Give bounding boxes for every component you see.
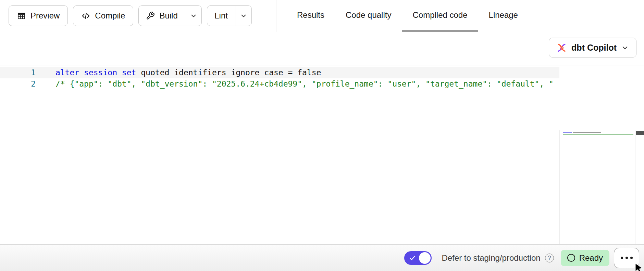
tab-lineage[interactable]: Lineage [478, 0, 529, 32]
code-text: alter session set quoted_identifiers_ign… [38, 67, 321, 78]
status-bar: Defer to staging/production ? Ready [0, 244, 644, 271]
scrollbar-thumb[interactable] [636, 131, 644, 135]
build-menu-button[interactable] [185, 6, 201, 26]
minimap-keyword-mark [563, 132, 572, 133]
dbt-copilot-button[interactable]: dbt Copilot [549, 38, 636, 57]
help-icon[interactable]: ? [545, 254, 554, 262]
tab-compiled-code[interactable]: Compiled code [402, 0, 478, 32]
ellipsis-icon [630, 257, 633, 259]
dbt-ide-panel: Preview Compile Build [0, 0, 644, 271]
minimap-code-mark [573, 132, 601, 133]
ellipsis-icon [621, 257, 623, 259]
minimap-line [563, 134, 633, 135]
build-button[interactable]: Build [139, 6, 185, 26]
code-line[interactable]: 1alter session set quoted_identifiers_ig… [0, 67, 559, 78]
lint-button[interactable]: Lint [207, 6, 235, 26]
preview-button[interactable]: Preview [9, 5, 68, 26]
build-split-button: Build [138, 5, 202, 26]
tab-results[interactable]: Results [286, 0, 335, 32]
code-text: /* {"app": "dbt", "dbt_version": "2025.6… [38, 78, 554, 90]
lint-menu-button[interactable] [235, 6, 251, 26]
compile-label: Compile [95, 11, 125, 21]
tab-code-quality[interactable]: Code quality [335, 0, 402, 32]
compile-button[interactable]: Compile [73, 5, 133, 26]
header: Preview Compile Build [0, 0, 644, 32]
preview-label: Preview [30, 11, 60, 21]
defer-label: Defer to staging/production [442, 253, 540, 263]
toolbar-tab-divider [276, 0, 276, 32]
code-line[interactable]: 2/* {"app": "dbt", "dbt_version": "2025.… [0, 78, 559, 90]
wrench-icon [146, 11, 155, 20]
table-grid-icon [17, 11, 26, 21]
code-brackets-icon [81, 11, 90, 21]
chevron-down-icon [621, 44, 629, 52]
tab-bar: ResultsCode qualityCompiled codeLineage [286, 0, 529, 32]
ellipsis-icon [626, 257, 628, 259]
toolbar: Preview Compile Build [9, 5, 252, 26]
line-number: 1 [0, 67, 38, 78]
minimap-comment-mark [563, 134, 633, 135]
mouse-cursor [635, 263, 644, 271]
dbt-logo-icon [556, 42, 567, 53]
chevron-down-icon [190, 12, 197, 20]
chevron-down-icon [240, 12, 247, 20]
line-number: 2 [0, 78, 38, 90]
minimap-line [563, 132, 601, 133]
lint-split-button: Lint [207, 5, 252, 26]
ready-label: Ready [579, 253, 603, 263]
build-label: Build [159, 11, 177, 21]
toggle-knob [419, 252, 431, 264]
status-badge: Ready [561, 250, 609, 266]
circle-outline-icon [567, 254, 575, 262]
code-lines: 1alter session set quoted_identifiers_ig… [0, 67, 559, 90]
defer-toggle[interactable] [404, 251, 432, 265]
dbt-copilot-label: dbt Copilot [571, 43, 617, 53]
check-icon [408, 254, 417, 262]
lint-label: Lint [214, 11, 228, 21]
code-editor[interactable]: 1alter session set quoted_identifiers_ig… [0, 65, 644, 244]
